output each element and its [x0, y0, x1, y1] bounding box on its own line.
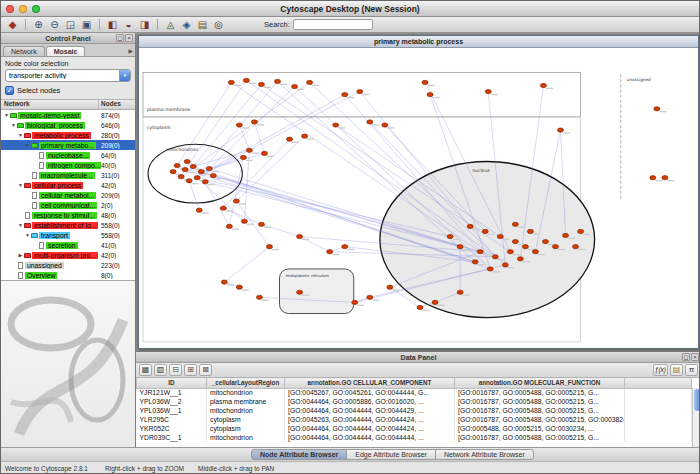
tree-expand-icon[interactable]: ▼	[3, 112, 10, 118]
tab-node-attribute-browser[interactable]: Node Attribute Browser	[251, 449, 347, 460]
table-cell[interactable]: cytoplasm	[207, 415, 285, 424]
close-panel-icon[interactable]: ×	[691, 353, 699, 361]
table-cell[interactable]: [GO:0016787, GO:0005488, GO:0005215, G..…	[455, 433, 625, 442]
table-cell[interactable]: [GO:0045263, GO:0044444, GO:0044424, ...	[285, 415, 455, 424]
table-scrollbar[interactable]	[692, 388, 700, 447]
network-node[interactable]	[243, 78, 249, 82]
create-attribute-icon[interactable]: ▧	[154, 364, 167, 376]
network-node[interactable]	[307, 80, 313, 84]
network-node[interactable]	[487, 267, 493, 271]
network-node[interactable]	[342, 245, 348, 249]
tab-mosaic[interactable]: Mosaic	[46, 46, 86, 56]
tree-row[interactable]: secretion41(0)	[1, 240, 135, 250]
close-panel-icon[interactable]: ×	[125, 34, 133, 42]
table-cell[interactable]: YPL036W__2	[137, 397, 207, 406]
network-node[interactable]	[226, 224, 232, 228]
network-node[interactable]	[432, 300, 438, 304]
network-node[interactable]	[342, 92, 348, 96]
network-node[interactable]	[178, 175, 184, 179]
tree-row[interactable]: cell communicat...2(0)	[1, 200, 135, 210]
new-session-icon[interactable]: ◆	[5, 18, 20, 31]
table-cell[interactable]: [GO:0044464, GO:0044444, GO:0044424, ...	[285, 424, 455, 433]
network-node[interactable]	[266, 245, 272, 249]
network-node[interactable]	[274, 79, 280, 83]
tree-row[interactable]: ▼cellular process42(0)	[1, 180, 135, 190]
network-node[interactable]	[573, 245, 579, 249]
node-color-dropdown[interactable]: transporter activity ▼	[5, 69, 131, 82]
network-node[interactable]	[382, 123, 388, 127]
select-nodes-checkbox[interactable]: ✓	[5, 86, 14, 95]
tree-row[interactable]: ▶multi-organism pro...42(0)	[1, 250, 135, 260]
network-node[interactable]	[517, 257, 523, 261]
network-edge[interactable]	[261, 224, 299, 236]
scrollbar-thumb[interactable]	[694, 389, 700, 411]
table-cell[interactable]: [GO:0045267, GO:0045261, GO:0044444, G..…	[285, 388, 455, 397]
network-node[interactable]	[302, 134, 308, 138]
table-cell[interactable]: plasma membrane	[207, 397, 285, 406]
annotation-icon[interactable]: ▤	[195, 18, 210, 31]
table-cell[interactable]: [GO:0044464, GO:0044444, GO:0044429, ...	[285, 406, 455, 415]
tree-row[interactable]: ▼primary metabo...209(0)	[1, 140, 135, 150]
table-cell[interactable]: mitochondrion	[207, 433, 285, 442]
zoom-selected-icon[interactable]: ◲	[63, 18, 78, 31]
network-node[interactable]	[202, 180, 208, 184]
network-node[interactable]	[447, 234, 453, 238]
tree-expand-icon[interactable]: ▼	[10, 122, 17, 128]
network-node[interactable]	[527, 229, 533, 233]
table-cell[interactable]: YJR121W__1	[137, 388, 207, 397]
tree-expand-icon[interactable]: ▼	[17, 132, 24, 138]
import-attributes-icon[interactable]: ▤	[670, 364, 683, 376]
table-cell[interactable]: [GO:0016787, GO:0005488, GO:0005215, G..…	[455, 388, 625, 397]
network-node[interactable]	[236, 285, 242, 289]
search-input[interactable]	[293, 19, 373, 30]
network-node[interactable]	[327, 250, 333, 254]
network-node[interactable]	[251, 120, 257, 124]
network-node[interactable]	[482, 229, 488, 233]
network-node[interactable]	[174, 163, 180, 167]
network-node[interactable]	[578, 229, 584, 233]
table-cell[interactable]	[625, 415, 692, 424]
network-node[interactable]	[387, 285, 393, 289]
table-row[interactable]: YPL036W__2plasma membrane[GO:0044464, GO…	[137, 397, 692, 406]
network-node[interactable]	[512, 239, 518, 243]
zoom-in-icon[interactable]: ⊕	[31, 18, 46, 31]
tree-row[interactable]: unassigned223(0)	[1, 260, 135, 270]
network-node[interactable]	[256, 295, 262, 299]
network-overview-thumbnail[interactable]	[1, 280, 135, 447]
table-cell[interactable]: [GO:0044464, GO:0005886, GO:0016020, ...	[285, 397, 455, 406]
network-node[interactable]	[333, 123, 339, 127]
network-node[interactable]	[557, 128, 563, 132]
tree-column-nodes[interactable]: Nodes	[99, 100, 135, 109]
network-node[interactable]	[422, 80, 428, 84]
tree-row[interactable]: nitrogen compo...40(0)	[1, 160, 135, 170]
tree-expand-icon[interactable]: ▶	[17, 252, 24, 258]
network-node[interactable]	[258, 222, 264, 226]
table-row[interactable]: YDR039C__1mitochondrion[GO:0044464, GO:0…	[137, 433, 692, 442]
tab-network-attribute-browser[interactable]: Network Attribute Browser	[435, 449, 534, 460]
table-row[interactable]: YKR052Ccytoplasm[GO:0044464, GO:0044444,…	[137, 424, 692, 433]
trash-icon[interactable]: ⊠	[199, 364, 212, 376]
network-node[interactable]	[246, 148, 252, 152]
network-node[interactable]	[194, 176, 200, 180]
network-node[interactable]	[182, 167, 188, 171]
network-node[interactable]	[540, 83, 546, 87]
table-header-cell[interactable]: annotation.GO MOLECULAR_FUNCTION	[455, 378, 625, 388]
network-node[interactable]	[190, 164, 196, 168]
network-node[interactable]	[417, 305, 423, 309]
zoom-out-icon[interactable]: ⊖	[47, 18, 62, 31]
table-cell[interactable]: YKR052C	[137, 424, 207, 433]
table-cell[interactable]: [GO:0044464, GO:0044444, GO:0044444, ...	[285, 433, 455, 442]
tab-overflow-icon[interactable]: ▶	[128, 47, 133, 54]
tree-row[interactable]: ▼mosaic-demo-yeast874(0)	[1, 110, 135, 120]
network-node[interactable]	[467, 224, 473, 228]
table-cell[interactable]: cytoplasm	[207, 424, 285, 433]
table-row[interactable]: YPL036W__1mitochondrion[GO:0044464, GO:0…	[137, 406, 692, 415]
chevron-down-icon[interactable]: ▼	[119, 70, 130, 81]
network-node[interactable]	[220, 206, 226, 210]
table-cell[interactable]	[625, 433, 692, 442]
network-node[interactable]	[492, 255, 498, 259]
table-cell[interactable]: YDR039C__1	[137, 433, 207, 442]
table-cell[interactable]: YLR295C	[137, 415, 207, 424]
tab-edge-attribute-browser[interactable]: Edge Attribute Browser	[346, 449, 436, 460]
network-node[interactable]	[512, 222, 518, 226]
